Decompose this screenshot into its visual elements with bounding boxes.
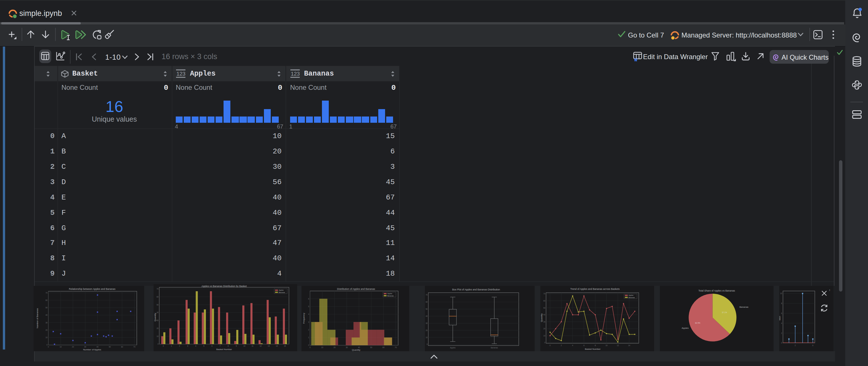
svg-text:6: 6 xyxy=(812,344,813,346)
svg-text:50: 50 xyxy=(370,346,373,348)
svg-text:2: 2 xyxy=(781,332,782,334)
svg-text:50: 50 xyxy=(108,346,111,348)
svg-text:4: 4 xyxy=(195,345,196,347)
svg-text:15: 15 xyxy=(284,345,286,347)
svg-text:70: 70 xyxy=(425,294,428,296)
svg-text:Basket Number: Basket Number xyxy=(216,348,232,351)
svg-text:11: 11 xyxy=(251,345,253,347)
svg-text:Quantity: Quantity xyxy=(352,349,360,351)
svg-text:70: 70 xyxy=(45,292,48,294)
svg-text:0: 0 xyxy=(550,344,551,346)
svg-text:8: 8 xyxy=(595,344,596,346)
svg-text:8: 8 xyxy=(227,345,229,347)
svg-text:4: 4 xyxy=(781,322,782,324)
svg-text:13: 13 xyxy=(268,345,270,347)
svg-text:10: 10 xyxy=(243,345,246,347)
svg-text:0: 0 xyxy=(781,342,782,344)
svg-text:Value: Value xyxy=(779,316,781,321)
svg-text:60: 60 xyxy=(156,296,159,298)
svg-text:Trend of Apples and Bananas ac: Trend of Apples and Bananas across Baske… xyxy=(570,288,620,291)
svg-text:123: 123 xyxy=(290,71,300,77)
svg-text:60: 60 xyxy=(45,299,48,301)
svg-text:2: 2 xyxy=(561,344,562,346)
svg-text:70: 70 xyxy=(133,346,136,348)
svg-text:Quantity: Quantity xyxy=(540,313,543,322)
svg-text:40: 40 xyxy=(358,346,360,348)
svg-text:Total Share of Apples vs Banan: Total Share of Apples vs Bananas xyxy=(699,289,735,292)
svg-text:10: 10 xyxy=(543,335,546,337)
svg-text:0: 0 xyxy=(426,343,428,345)
svg-text:20: 20 xyxy=(334,346,336,348)
svg-text:Apples: Apples xyxy=(388,293,392,294)
svg-text:10: 10 xyxy=(780,292,782,294)
svg-text:30: 30 xyxy=(543,321,546,323)
svg-text:12: 12 xyxy=(617,344,619,346)
svg-text:Number of Bananas: Number of Bananas xyxy=(36,308,39,328)
svg-text:60: 60 xyxy=(121,346,123,348)
svg-text:0: 0 xyxy=(309,346,311,348)
svg-text:10: 10 xyxy=(606,344,608,346)
svg-text:0: 0 xyxy=(46,344,48,346)
svg-text:10: 10 xyxy=(60,346,62,348)
svg-text:Apples: Apples xyxy=(279,289,284,291)
svg-text:3: 3 xyxy=(308,321,309,323)
svg-text:Bananas: Bananas xyxy=(739,306,749,308)
svg-text:Bananas: Bananas xyxy=(279,292,285,293)
svg-text:0: 0 xyxy=(308,344,309,346)
svg-text:60: 60 xyxy=(543,300,546,302)
svg-text:4: 4 xyxy=(572,344,574,346)
svg-text:6: 6 xyxy=(308,298,309,300)
svg-text:I: I xyxy=(829,289,830,292)
svg-text:2: 2 xyxy=(795,344,796,346)
svg-text:Relationship between Apples an: Relationship between Apples and Bananas xyxy=(69,288,115,291)
svg-text:70: 70 xyxy=(543,293,546,295)
svg-text:5: 5 xyxy=(203,345,205,347)
svg-text:8: 8 xyxy=(781,302,782,304)
svg-text:50: 50 xyxy=(156,304,159,306)
svg-text:40: 40 xyxy=(156,311,159,313)
svg-text:40: 40 xyxy=(96,346,99,348)
svg-text:Apples: Apples xyxy=(450,347,455,349)
svg-text:12: 12 xyxy=(260,345,262,347)
svg-text:Distribution of Apples and Ban: Distribution of Apples and Bananas xyxy=(337,288,375,291)
svg-text:7: 7 xyxy=(220,345,221,347)
svg-text:0: 0 xyxy=(48,346,49,348)
svg-text:Basket Number: Basket Number xyxy=(585,348,600,351)
svg-text:60: 60 xyxy=(425,301,428,303)
svg-text:Quantity: Quantity xyxy=(154,313,156,322)
svg-text:Number of Apples: Number of Apples xyxy=(83,348,101,351)
svg-text:20: 20 xyxy=(425,329,428,331)
svg-text:37.1%: 37.1% xyxy=(722,311,727,313)
svg-text:Apples: Apples xyxy=(628,294,633,296)
svg-text:2: 2 xyxy=(179,345,180,347)
svg-text:20: 20 xyxy=(156,327,159,329)
svg-text:1: 1 xyxy=(308,336,309,338)
svg-text:9: 9 xyxy=(236,345,237,347)
svg-text:4: 4 xyxy=(308,313,309,315)
svg-text:30: 30 xyxy=(45,322,48,324)
svg-text:30: 30 xyxy=(84,346,87,348)
svg-text:10: 10 xyxy=(45,336,48,338)
svg-text:30: 30 xyxy=(346,346,348,348)
svg-text:6: 6 xyxy=(781,312,782,314)
svg-text:20: 20 xyxy=(45,329,48,331)
svg-text:20: 20 xyxy=(72,346,74,348)
svg-text:10: 10 xyxy=(321,346,323,348)
svg-text:Bananas: Bananas xyxy=(628,297,635,298)
svg-text:30: 30 xyxy=(425,322,428,324)
svg-text:Frequency: Frequency xyxy=(303,313,305,324)
svg-text:50: 50 xyxy=(425,308,428,310)
svg-text:2: 2 xyxy=(308,329,309,331)
svg-text:40: 40 xyxy=(543,314,546,316)
svg-text:20: 20 xyxy=(543,328,546,330)
svg-text:50: 50 xyxy=(45,307,48,309)
svg-text:40: 40 xyxy=(45,314,48,316)
svg-text:50: 50 xyxy=(543,307,546,309)
svg-text:3: 3 xyxy=(187,345,188,347)
svg-text:Box Plot of Apples and Bananas: Box Plot of Apples and Bananas Distribut… xyxy=(452,288,500,291)
svg-text:10: 10 xyxy=(156,335,159,337)
svg-text:Apples: Apples xyxy=(682,327,688,329)
svg-text:Bananas: Bananas xyxy=(388,295,394,297)
svg-text:14: 14 xyxy=(628,344,630,346)
svg-text:40: 40 xyxy=(425,315,428,317)
